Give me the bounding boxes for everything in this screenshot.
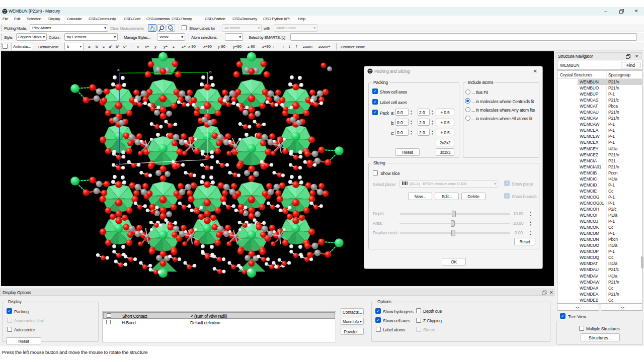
svg-text:a: a — [117, 67, 120, 72]
svg-text:b: b — [209, 70, 212, 74]
